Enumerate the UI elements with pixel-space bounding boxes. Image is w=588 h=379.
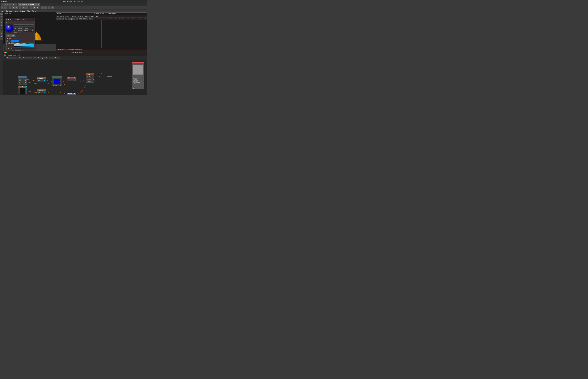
material-name-input[interactable] [14, 24, 34, 27]
me-nav-back[interactable]: ← [28, 19, 29, 20]
lv-play-btn[interactable]: ▶ [56, 18, 59, 20]
lv-menu-objects[interactable]: Objects [65, 16, 70, 17]
node-gradient-2[interactable]: Gradient Texture [37, 89, 46, 94]
lv-menu-cloud[interactable]: Cloud [60, 16, 64, 17]
node-texture1[interactable]: Texture1 Texture2 [52, 76, 62, 86]
ne-hamburger[interactable]: ☰ [4, 57, 5, 59]
tab-01-texture[interactable]: 01 Texture Node.c4d* × [0, 3, 17, 6]
render-region[interactable]: ▣ [33, 6, 36, 9]
lv-menu-materials[interactable]: Materials [71, 16, 77, 17]
maximize-button[interactable] [5, 0, 7, 2]
node-power-1[interactable]: Power Gamma Invert Transform Projection [86, 73, 94, 82]
tab-close-material[interactable]: × [35, 4, 35, 5]
minimize-button[interactable] [3, 0, 5, 2]
sphere-tool[interactable]: ○ [44, 6, 47, 9]
ne-render-aovs-btn[interactable]: Render AOVs [49, 57, 60, 59]
ne-menu-help[interactable]: Help [17, 54, 20, 56]
float-bar[interactable] [16, 48, 34, 49]
me-menu[interactable]: ☰ [32, 19, 34, 20]
select-tool[interactable]: ▢ [9, 6, 12, 9]
color-swatch[interactable] [11, 40, 19, 42]
light-tool[interactable]: ☀ [48, 6, 50, 9]
menu-panel[interactable]: Panel [32, 10, 36, 12]
menu-filter[interactable]: Filter [27, 10, 30, 12]
lv-menu-compare[interactable]: Compare [78, 16, 84, 17]
ne-close[interactable] [4, 52, 5, 53]
me-nav-forward[interactable]: → [30, 19, 32, 20]
move-tool[interactable]: ✛ [12, 6, 15, 9]
menu-cameras[interactable]: Cameras [6, 10, 12, 12]
cube-tool[interactable]: ⬡ [41, 6, 44, 9]
node-transform-1[interactable]: Transform S.X S.Y S.Z S.Z [18, 76, 27, 85]
x-axis[interactable]: X [19, 6, 21, 9]
sidebar-select[interactable]: ↖ [0, 13, 3, 16]
s-bar[interactable] [14, 44, 34, 46]
menu-options[interactable]: Options [20, 10, 25, 12]
sidebar-snap[interactable]: ⊕ [0, 27, 3, 29]
lv-r-btn[interactable]: R [65, 18, 67, 20]
node-gradient-1[interactable]: Gradient Texture [37, 78, 46, 82]
lv-pt-select[interactable]: PT [89, 18, 93, 20]
node-image-texture[interactable]: ImageTexture [18, 86, 27, 95]
sidebar-paint[interactable]: 🖌 [0, 35, 3, 38]
lv-pause-btn[interactable]: ⏸ [59, 18, 62, 20]
sidebar-move[interactable]: ✛ [0, 16, 3, 18]
v-bar[interactable] [14, 46, 34, 47]
render-settings[interactable]: ⚙ [36, 6, 39, 9]
lv-minimize[interactable] [58, 13, 60, 14]
lv-menu-help[interactable]: Help [91, 16, 94, 17]
ne-menu-edit[interactable]: Edit [4, 54, 6, 56]
lv-render-btn[interactable]: ▶ [67, 18, 70, 20]
lv-menu-gui[interactable]: GUI [96, 16, 98, 17]
rotate-tool[interactable]: ↻ [15, 6, 18, 9]
output-node[interactable]: C Diffuse Specular Roughness [132, 62, 144, 89]
ne-maximize[interactable] [6, 52, 7, 53]
menu-display[interactable]: Display [14, 10, 18, 12]
lv-color-space-select[interactable]: HDR/sRGB [79, 18, 88, 20]
tab-close-01[interactable]: × [16, 4, 16, 5]
render-btn[interactable]: ▶ [30, 6, 33, 9]
deformer-tool[interactable]: ⧖ [51, 6, 54, 9]
ne-get-tag-btn[interactable]: Get Active tag/object [33, 57, 48, 59]
h-bar[interactable] [14, 43, 34, 44]
lv-lock-btn[interactable]: 🔒 [70, 18, 72, 20]
lv-close[interactable] [57, 13, 58, 14]
node-editor-button[interactable]: Node Editor [6, 34, 16, 37]
ne-minimize[interactable] [5, 52, 6, 53]
sidebar-camera[interactable]: 📷 [0, 32, 3, 35]
me-close[interactable] [6, 19, 7, 20]
color-picker-icon[interactable]: ✏ [20, 40, 21, 42]
float-input[interactable] [11, 48, 15, 50]
redo-button[interactable]: ↪ [4, 6, 7, 9]
lv-mode-btn[interactable]: ◐ [73, 18, 75, 20]
me-brdf-select[interactable]: Octane [22, 30, 34, 32]
sidebar-rotate[interactable]: ↻ [0, 18, 3, 21]
ne-get-material-btn[interactable]: Get Active material [18, 57, 32, 59]
sidebar-3d[interactable]: ◈ [0, 24, 3, 27]
me-minimize[interactable] [8, 19, 9, 20]
lv-settings-btn[interactable]: ⚙ [76, 18, 78, 20]
lv-menu-file[interactable]: File [56, 16, 59, 17]
lv-viewport [56, 20, 147, 48]
me-type-select[interactable]: Glossy [22, 27, 34, 29]
me-maximize[interactable] [10, 19, 11, 20]
y-axis[interactable]: Y [22, 6, 25, 9]
undo-button[interactable]: ↩ [1, 6, 4, 9]
lv-maximize[interactable] [60, 13, 61, 14]
lv-menu-options[interactable]: Options [85, 16, 90, 17]
menu-view[interactable]: View [1, 10, 4, 12]
close-button[interactable] [1, 0, 2, 2]
sidebar-more[interactable]: ⋯ [0, 38, 3, 40]
sidebar-scale[interactable]: ⤡ [0, 21, 3, 24]
new-tab-button[interactable]: + [37, 3, 40, 6]
z-axis[interactable]: Z [25, 6, 28, 9]
me-hamburger[interactable]: ☰ [6, 21, 7, 23]
node-noise[interactable]: Noise [67, 93, 76, 95]
lv-stop-btn[interactable]: ⏹ [62, 18, 64, 20]
ne-menu-create[interactable]: Create [8, 54, 12, 56]
sidebar-measure[interactable]: ⊢ [0, 30, 3, 32]
port-transform-1-in[interactable] [19, 77, 20, 78]
ne-menu-view[interactable]: View [13, 54, 16, 56]
node-multiply[interactable]: Multiply ... [67, 77, 76, 81]
tab-material-node[interactable]: Material Node Basic.c4d* × [17, 3, 37, 6]
